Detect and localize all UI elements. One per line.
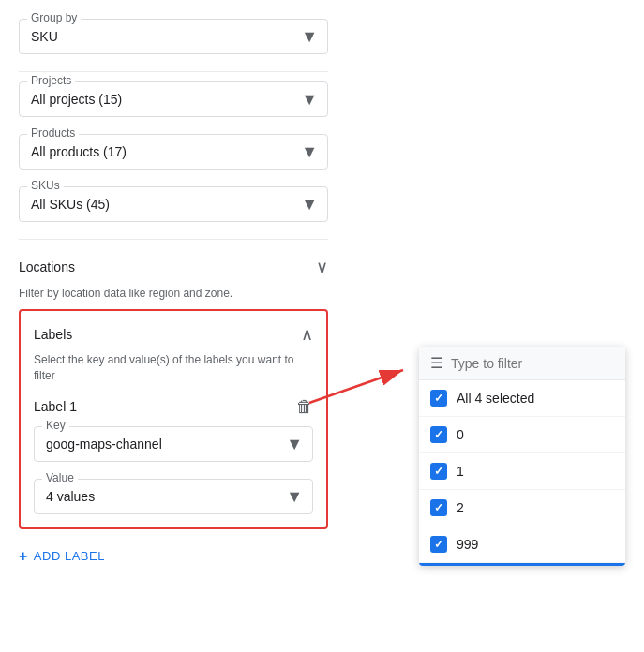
groupby-dropdown[interactable]: Group by SKU ▼ bbox=[19, 19, 328, 54]
key-dropdown[interactable]: Key goog-maps-channel ▼ bbox=[34, 426, 313, 462]
value-chevron-icon: ▼ bbox=[286, 486, 303, 506]
locations-header[interactable]: Locations ∨ bbox=[19, 249, 328, 285]
checkbox-0-icon bbox=[430, 426, 447, 443]
skus-label: SKUs bbox=[27, 179, 64, 192]
popup-item-1-label: 1 bbox=[457, 464, 464, 479]
labels-header: Labels ∧ bbox=[34, 324, 313, 345]
labels-section: Labels ∧ Select the key and value(s) of … bbox=[19, 309, 328, 529]
checkbox-1-icon bbox=[430, 463, 447, 480]
label-1-title: Label 1 bbox=[34, 399, 77, 414]
projects-value: All projects (15) bbox=[31, 92, 122, 107]
filter-input[interactable] bbox=[451, 356, 614, 371]
add-label-text: ADD LABEL bbox=[34, 549, 105, 563]
skus-dropdown[interactable]: SKUs All SKUs (45) ▼ bbox=[19, 186, 328, 222]
popup-item-0-label: 0 bbox=[457, 427, 464, 442]
projects-dropdown[interactable]: Projects All projects (15) ▼ bbox=[19, 82, 328, 117]
popup-item-999[interactable]: 999 bbox=[419, 526, 625, 563]
filter-popup: ☰ All 4 selected 0 1 2 999 bbox=[419, 347, 625, 566]
labels-chevron-icon[interactable]: ∧ bbox=[301, 324, 313, 345]
checkbox-all-icon bbox=[430, 390, 447, 407]
value-group: Value 4 values ▼ bbox=[34, 479, 313, 514]
popup-item-0[interactable]: 0 bbox=[419, 417, 625, 453]
skus-chevron-icon: ▼ bbox=[301, 195, 318, 215]
filter-input-wrapper: ☰ bbox=[419, 347, 625, 380]
delete-label-icon[interactable]: 🗑 bbox=[296, 397, 313, 417]
popup-item-2-label: 2 bbox=[457, 500, 464, 515]
popup-item-2[interactable]: 2 bbox=[419, 490, 625, 526]
groupby-value: SKU bbox=[31, 29, 58, 44]
add-label-button[interactable]: + ADD LABEL bbox=[19, 544, 105, 569]
popup-item-all[interactable]: All 4 selected bbox=[419, 380, 625, 417]
key-label: Key bbox=[42, 419, 69, 432]
skus-value: All SKUs (45) bbox=[31, 197, 110, 212]
checkbox-2-icon bbox=[430, 499, 447, 516]
labels-subtitle: Select the key and value(s) of the label… bbox=[34, 352, 313, 384]
locations-section: Locations ∨ Filter by location data like… bbox=[19, 249, 328, 300]
key-group: Key goog-maps-channel ▼ bbox=[34, 426, 313, 462]
popup-item-all-label: All 4 selected bbox=[457, 391, 534, 406]
label-1-header: Label 1 🗑 bbox=[34, 397, 313, 417]
key-chevron-icon: ▼ bbox=[286, 434, 303, 453]
checkbox-999-icon bbox=[430, 536, 447, 553]
key-value: goog-maps-channel bbox=[46, 437, 162, 452]
value-value: 4 values bbox=[46, 489, 95, 504]
projects-label: Projects bbox=[27, 74, 75, 87]
main-panel: Group by SKU ▼ Projects All projects (15… bbox=[0, 0, 347, 587]
skus-group: SKUs All SKUs (45) ▼ bbox=[19, 186, 328, 222]
projects-group: Projects All projects (15) ▼ bbox=[19, 82, 328, 117]
popup-item-1[interactable]: 1 bbox=[419, 453, 625, 490]
locations-chevron-icon: ∨ bbox=[316, 257, 328, 277]
groupby-label: Group by bbox=[27, 11, 81, 24]
products-group: Products All products (17) ▼ bbox=[19, 134, 328, 170]
groupby-chevron-icon: ▼ bbox=[301, 27, 318, 47]
products-label: Products bbox=[27, 126, 79, 140]
projects-chevron-icon: ▼ bbox=[301, 90, 318, 110]
products-value: All products (17) bbox=[31, 144, 127, 159]
locations-subtitle: Filter by location data like region and … bbox=[19, 287, 328, 300]
plus-icon: + bbox=[19, 548, 28, 565]
locations-title: Locations bbox=[19, 259, 75, 274]
popup-item-999-label: 999 bbox=[457, 537, 478, 552]
divider-1 bbox=[19, 71, 328, 72]
label-1-block: Label 1 🗑 Key goog-maps-channel ▼ Value … bbox=[34, 397, 313, 514]
value-label: Value bbox=[42, 471, 78, 484]
divider-2 bbox=[19, 239, 328, 240]
products-chevron-icon: ▼ bbox=[301, 142, 318, 162]
groupby-group: Group by SKU ▼ bbox=[19, 19, 328, 54]
filter-icon: ☰ bbox=[430, 354, 443, 372]
popup-scrollbar bbox=[419, 563, 625, 566]
products-dropdown[interactable]: Products All products (17) ▼ bbox=[19, 134, 328, 170]
labels-title: Labels bbox=[34, 327, 72, 342]
value-dropdown[interactable]: Value 4 values ▼ bbox=[34, 479, 313, 514]
